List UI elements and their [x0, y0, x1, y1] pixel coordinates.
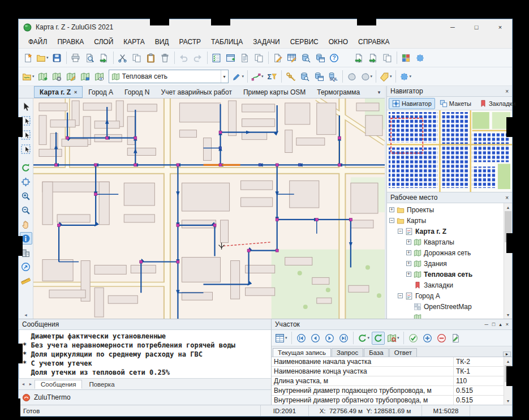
menu-item-map[interactable]: КАРТА	[118, 35, 149, 49]
tabs-scroll-right-icon[interactable]: ►	[27, 382, 34, 386]
find-in-database-icon[interactable]	[298, 70, 312, 83]
workspace-scrollbar[interactable]: ▲ ▼	[504, 203, 512, 319]
section-tab-answer[interactable]: Ответ	[389, 348, 417, 357]
navigator-tab-zakladki[interactable]: Закладки	[476, 98, 519, 109]
scroll-down-icon[interactable]: ▼	[504, 311, 512, 319]
new-document-icon[interactable]	[21, 51, 35, 65]
scroll-up-icon[interactable]: ▲	[504, 357, 512, 365]
tree-item-karta-z[interactable]: −Карта г. Z	[387, 226, 504, 237]
database-window-icon[interactable]	[312, 70, 326, 83]
tree-expander-icon[interactable]: +	[406, 239, 411, 245]
edit-record-icon[interactable]	[449, 332, 462, 345]
section-maximize-button[interactable]: □	[492, 322, 495, 327]
zoom-out-tool-icon[interactable]	[20, 204, 32, 216]
select-region-add-icon[interactable]: ▾	[359, 70, 374, 83]
add-record-icon[interactable]	[421, 332, 434, 345]
zuluthermo-bar[interactable]: ZuluThermo	[19, 389, 271, 405]
pan-tool-icon[interactable]	[20, 218, 32, 230]
map-tab-avariynye-raboty[interactable]: Учет аварийных работ	[156, 86, 238, 98]
map-style-icon[interactable]	[79, 70, 92, 83]
menu-item-table[interactable]: ТАБЛИЦА	[206, 35, 248, 49]
tree-expander-icon[interactable]: +	[406, 272, 411, 277]
tree-item-openstreetmap[interactable]: OpenStreetMap	[387, 301, 504, 312]
show-on-map-icon[interactable]: ▾	[386, 332, 401, 345]
titlebar[interactable]: Карта г. Z - ZuluGIS 2021 ─ □ ×	[19, 19, 512, 35]
attribute-row[interactable]: Наименование конца участкаТК-1	[272, 367, 504, 376]
measure-tool-icon[interactable]	[20, 275, 32, 287]
open-map-icon[interactable]: ▾	[21, 70, 36, 83]
delete-icon[interactable]	[158, 51, 172, 65]
copy-icon[interactable]	[130, 51, 144, 65]
tree-expander-icon[interactable]: +	[389, 207, 394, 212]
next-record-icon[interactable]	[323, 332, 336, 345]
menu-item-window[interactable]: ОКНО	[324, 35, 353, 49]
section-pin-button[interactable]: ▴	[499, 322, 502, 327]
attribute-value[interactable]: 0.515	[454, 396, 504, 405]
new-map-icon[interactable]	[36, 70, 50, 83]
scroll-down-icon[interactable]: ▼	[504, 397, 512, 405]
map-tab-osm-primer[interactable]: Пример карты OSM	[238, 86, 311, 98]
menu-item-file[interactable]: ФАЙЛ	[23, 35, 52, 49]
section-tab-base[interactable]: База	[364, 348, 388, 357]
section-close-button[interactable]: ×	[506, 322, 509, 327]
scroll-up-icon[interactable]: ▲	[504, 203, 512, 211]
edit-table-icon[interactable]	[285, 51, 299, 65]
map-tab-karta-z[interactable]: Карта г. Z×	[34, 86, 83, 98]
map-tab-gorod-a[interactable]: Город А	[83, 86, 119, 98]
labels-icon[interactable]: ▾	[379, 70, 393, 83]
attribute-value[interactable]: 0.515	[454, 386, 504, 395]
layer-select[interactable]: Тепловая сеть ▾	[109, 70, 229, 83]
map-canvas[interactable]	[33, 98, 385, 319]
menu-item-help[interactable]: СПРАВКА	[353, 35, 395, 49]
minimize-button[interactable]: ─	[441, 19, 465, 35]
database-search-icon[interactable]	[299, 51, 313, 65]
attribute-value[interactable]: 110	[454, 376, 504, 385]
query-summary-icon[interactable]	[265, 70, 279, 83]
first-record-icon[interactable]	[295, 332, 308, 345]
copy-fragment-icon[interactable]	[381, 51, 394, 65]
export-view-icon[interactable]	[97, 51, 111, 65]
navigator-tab-makety[interactable]: Макеты	[436, 98, 475, 109]
map-tab-gorod-n[interactable]: Город N	[119, 86, 155, 98]
pointer-tool-icon[interactable]	[20, 100, 32, 113]
section-tab-current[interactable]: Текущая запись	[273, 348, 331, 357]
tree-item-zdaniya[interactable]: +Здания	[387, 258, 504, 269]
legend-icon[interactable]	[399, 51, 413, 65]
tree-item-projects[interactable]: +Проекты	[387, 204, 504, 215]
messages-body[interactable]: Диаметры фактически установленные* Без у…	[19, 330, 271, 378]
tree-item-maps[interactable]: −Карты	[387, 215, 504, 226]
workspace-close-icon[interactable]: ×	[501, 195, 509, 201]
print-icon[interactable]	[69, 51, 83, 65]
attribute-row[interactable]: Длина участка, м110	[272, 376, 504, 386]
help-icon[interactable]	[328, 51, 341, 65]
section-tabs-scroll-icon[interactable]: ►	[503, 352, 511, 357]
redraw-map-tool-icon[interactable]	[20, 161, 32, 174]
navigator-close-icon[interactable]: ×	[501, 88, 509, 95]
attribute-row[interactable]: Внутренний диаметр обратного трубопровод…	[272, 396, 504, 405]
menu-item-raster[interactable]: РАСТР	[174, 35, 206, 49]
delete-record-icon[interactable]	[435, 332, 448, 345]
attribute-value[interactable]: ТК-1	[454, 367, 504, 376]
thematic-map-icon[interactable]	[414, 51, 427, 65]
previous-record-icon[interactable]	[309, 332, 322, 345]
tab-close-icon[interactable]: ×	[74, 89, 77, 95]
menu-item-service[interactable]: СЕРВИС	[285, 35, 324, 49]
messages-tab-messages[interactable]: Сообщения	[35, 380, 82, 389]
navigator-tab-navigator[interactable]: Навигатор	[389, 98, 435, 109]
combo-caret-icon[interactable]: ▾	[221, 70, 226, 83]
print-preview-icon[interactable]	[83, 51, 97, 65]
menu-item-layer[interactable]: СЛОЙ	[89, 35, 118, 49]
save-icon[interactable]	[50, 51, 64, 65]
tree-expander-icon[interactable]: −	[398, 229, 403, 234]
tab-list-icon[interactable]: ▾	[373, 87, 385, 98]
maximize-button[interactable]: □	[465, 19, 488, 35]
menu-item-tasks[interactable]: ЗАДАЧИ	[248, 35, 285, 49]
tree-item-teplovaya-set[interactable]: +Тепловая сеть	[387, 269, 504, 280]
tree-item-kvartaly[interactable]: +Кварталы	[387, 237, 504, 247]
view-properties-icon[interactable]	[238, 51, 252, 65]
paste-icon[interactable]	[144, 51, 158, 65]
cut-icon[interactable]	[116, 51, 130, 65]
open-document-icon[interactable]: ▾	[35, 51, 50, 65]
section-minimize-button[interactable]: ─	[484, 322, 488, 327]
menu-item-edit[interactable]: ПРАВКА	[52, 35, 89, 49]
